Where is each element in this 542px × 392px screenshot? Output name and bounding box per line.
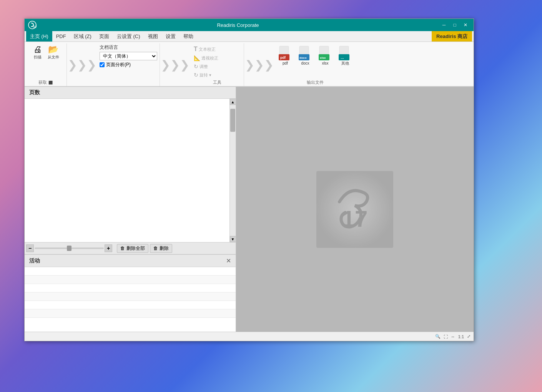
language-body: 文档语言 中文（简体） 中文（繁體） English 页面分析(P)	[100, 44, 157, 85]
activity-row-5	[25, 301, 236, 309]
language-select[interactable]: 中文（简体） 中文（繁體） English	[100, 52, 157, 60]
from-file-button[interactable]: 📂 从文件	[46, 44, 61, 60]
see-through-button: 📐 透视校正	[193, 54, 219, 62]
activity-row-1	[25, 267, 236, 276]
page-analysis-label: 页面分析(P)	[106, 61, 131, 68]
other-label: 其他	[341, 61, 349, 66]
scan-button[interactable]: 🖨 扫描	[31, 44, 45, 60]
scroll-down-button[interactable]: ▼	[230, 236, 236, 242]
status-bar: 🔍 ⛶ ↔ 1:1 ⤢	[25, 332, 474, 341]
zoom-ratio-label: 1:1	[458, 334, 464, 339]
menu-item-home[interactable]: 主页 (H)	[26, 31, 52, 42]
output-other-button[interactable]: … 其他	[337, 45, 354, 66]
ribbon-group-tools: T 文本校正 📐 透视校正 ↻ 调整 ↻ 旋转 ▾	[190, 43, 244, 86]
zoom-out-button[interactable]: −	[26, 244, 34, 252]
text-correct-button: T 文本校正	[193, 45, 217, 53]
text-correct-label: 文本校正	[199, 47, 216, 52]
zoom-track[interactable]	[35, 247, 104, 249]
delete-all-button[interactable]: 🗑 删除全部	[117, 244, 148, 253]
rotate-label: 旋转 ▾	[200, 72, 211, 78]
ribbon-group-language: 文档语言 中文（简体） 中文（繁體） English 页面分析(P)	[97, 43, 160, 86]
docx-icon-wrap: docx	[299, 46, 312, 60]
activity-row-4	[25, 292, 236, 301]
arrow-sep-2: ❯❯❯	[160, 58, 190, 71]
menu-item-cloud[interactable]: 云设置 (C)	[113, 31, 144, 42]
delete-label: 删除	[160, 245, 169, 252]
trash-icon-2: 🗑	[153, 246, 158, 251]
lang-group-title: 文档语言	[100, 44, 118, 51]
zoom-search-icon-item[interactable]: 🔍	[435, 334, 441, 339]
zoom-in-button[interactable]: +	[105, 244, 112, 252]
expand-icon-item[interactable]: ⤢	[467, 334, 471, 339]
svg-text:xlsx: xlsx	[320, 56, 326, 60]
pages-header: 页数	[25, 87, 236, 99]
output-xlsx-button[interactable]: xlsx xlsx	[317, 45, 334, 66]
main-content: 页数 ▲ ▼ −	[25, 87, 474, 332]
svg-text:…: …	[341, 56, 344, 60]
adjust-label: 调整	[200, 64, 208, 70]
from-file-icon: 📂	[48, 45, 58, 54]
pages-toolbar: − + 🗑 删除全部 🗑 删除	[25, 242, 236, 254]
maximize-button[interactable]: □	[450, 21, 460, 29]
tools-body: T 文本校正 📐 透视校正 ↻ 调整 ↻ 旋转 ▾	[193, 44, 219, 79]
scroll-track[interactable]	[230, 105, 236, 236]
svg-text:17: 17	[342, 206, 368, 232]
activity-title: 活动	[29, 257, 40, 264]
page-analysis-input[interactable]	[100, 62, 105, 67]
delete-button[interactable]: 🗑 删除	[150, 244, 172, 253]
zoom-label-item[interactable]: 1:1	[458, 334, 464, 339]
scan-label: 扫描	[34, 55, 42, 60]
output-docx-button[interactable]: docx docx	[297, 45, 314, 66]
ribbon-group-output: pdf pdf docx	[274, 43, 356, 86]
page-analysis-checkbox[interactable]: 页面分析(P)	[100, 61, 131, 68]
ribbon-bar: 🖨 扫描 📂 从文件 获取 ⬛ ❯❯❯ 文档语言	[25, 42, 474, 87]
zoom-thumb[interactable]	[67, 246, 71, 251]
activity-close-button[interactable]: ✕	[226, 257, 231, 264]
text-correct-icon: T	[194, 46, 198, 53]
scroll-up-button[interactable]: ▲	[230, 99, 236, 105]
fit-icon: ⛶	[444, 334, 448, 339]
xlsx-label: xlsx	[322, 61, 328, 66]
shop-button[interactable]: Readiris 商店	[432, 31, 472, 42]
ribbon-content: 🖨 扫描 📂 从文件 获取 ⬛ ❯❯❯ 文档语言	[25, 42, 474, 86]
output-pdf-button[interactable]: pdf pdf	[277, 45, 294, 66]
rotate-icon: ↻	[194, 72, 198, 78]
language-group-label	[100, 85, 157, 86]
app-window: 17 Readiris Corporate ─ □ ✕ 主页 (H) PDF 区…	[24, 18, 474, 341]
arrows-icon-item[interactable]: ↔	[451, 334, 455, 339]
app-logo: 17	[28, 20, 37, 30]
menu-item-settings[interactable]: 设置	[162, 31, 180, 42]
pages-scrollbar[interactable]: ▲ ▼	[229, 99, 236, 242]
menu-bar: 主页 (H) PDF 区域 (Z) 页面 云设置 (C) 视图 设置 帮助 Re…	[25, 31, 474, 42]
svg-text:docx: docx	[299, 56, 307, 60]
from-file-label: 从文件	[48, 55, 59, 60]
acquire-buttons: 🖨 扫描 📂 从文件	[31, 44, 61, 79]
scroll-thumb[interactable]	[230, 109, 235, 132]
fit-icon-item[interactable]: ⛶	[444, 334, 448, 339]
activity-row-6	[25, 309, 236, 318]
menu-item-region[interactable]: 区域 (Z)	[70, 31, 95, 42]
minimize-button[interactable]: ─	[439, 21, 449, 29]
arrow-sep-3: ❯❯❯	[244, 58, 274, 71]
menu-item-pdf[interactable]: PDF	[52, 31, 70, 42]
trash-icon-1: 🗑	[120, 246, 125, 251]
zoom-search-icon: 🔍	[435, 334, 441, 339]
title-bar-controls: ─ □ ✕	[439, 21, 471, 29]
delete-all-label: 删除全部	[126, 245, 145, 252]
see-through-label: 透视校正	[201, 55, 218, 61]
rotate-button: ↻ 旋转 ▾	[193, 71, 213, 79]
activity-row-2	[25, 276, 236, 284]
acquire-group-label: 获取 ⬛	[27, 79, 64, 86]
scan-icon: 🖨	[33, 45, 42, 54]
docx-icon: docx	[299, 46, 312, 60]
menu-item-page[interactable]: 页面	[95, 31, 113, 42]
menu-bar-right: Readiris 商店	[432, 31, 472, 42]
arrow-sep-1: ❯❯❯	[67, 58, 97, 71]
arrows-icon: ↔	[451, 334, 455, 339]
window-title: Readiris Corporate	[37, 22, 439, 28]
close-button[interactable]: ✕	[461, 21, 471, 29]
menu-item-view[interactable]: 视图	[144, 31, 162, 42]
pages-content[interactable]: ▲ ▼	[25, 99, 236, 242]
menu-item-help[interactable]: 帮助	[180, 31, 197, 42]
expand-icon: ⤢	[467, 334, 471, 339]
